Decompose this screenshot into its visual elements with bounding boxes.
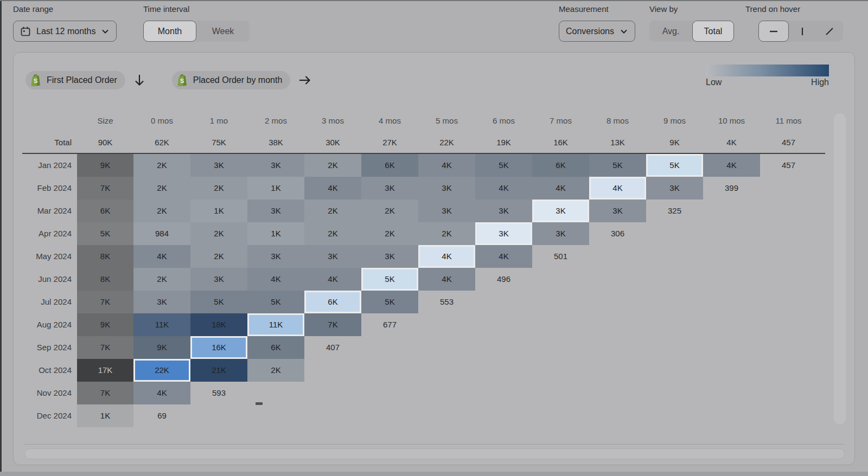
heatmap-cell-highlighted[interactable]: 16K	[190, 336, 247, 359]
heatmap-cell[interactable]: 3K	[361, 177, 418, 200]
heatmap-cell[interactable]: 2K	[361, 222, 418, 245]
heatmap-cell[interactable]: 3K	[589, 200, 646, 222]
time-interval-option-week[interactable]: Week	[196, 21, 250, 42]
cohort-size-cell[interactable]: 7K	[77, 382, 133, 404]
heatmap-cell[interactable]: 2K	[133, 154, 190, 177]
heatmap-cell[interactable]: 4K	[304, 268, 361, 291]
heatmap-cell[interactable]: 3K	[247, 200, 304, 222]
heatmap-cell[interactable]: 2K	[304, 154, 361, 177]
heatmap-cell[interactable]: 2K	[133, 200, 190, 222]
cohort-size-cell[interactable]: 8K	[77, 245, 133, 268]
heatmap-cell[interactable]: 407	[304, 336, 361, 359]
heatmap-cell[interactable]: 6K	[532, 154, 589, 177]
event-return-pill[interactable]: S Placed Order by month	[172, 71, 291, 89]
heatmap-cell-highlighted[interactable]: 3K	[475, 222, 532, 245]
heatmap-cell[interactable]: 3K	[190, 154, 247, 177]
heatmap-cell[interactable]: 5K	[475, 154, 532, 177]
heatmap-cell[interactable]: 4K	[247, 268, 304, 291]
heatmap-cell[interactable]: 2K	[133, 177, 190, 200]
heatmap-cell[interactable]: 1K	[247, 222, 304, 245]
view-by-option-avg[interactable]: Avg.	[649, 21, 692, 42]
event-start-pill[interactable]: S First Placed Order	[25, 71, 125, 89]
heatmap-cell[interactable]: 1K	[247, 177, 304, 200]
heatmap-cell[interactable]: 2K	[304, 200, 361, 222]
heatmap-cell[interactable]: 2K	[304, 222, 361, 245]
heatmap-cell[interactable]: 984	[133, 222, 190, 245]
heatmap-cell[interactable]: 4K	[133, 245, 190, 268]
heatmap-cell[interactable]: 496	[475, 268, 532, 291]
heatmap-cell[interactable]: 9K	[133, 336, 190, 359]
heatmap-cell[interactable]: 5K	[589, 154, 646, 177]
heatmap-cell[interactable]: 677	[361, 313, 418, 336]
heatmap-cell[interactable]: 2K	[190, 222, 247, 245]
heatmap-cell-highlighted[interactable]: 4K	[589, 177, 646, 200]
heatmap-cell[interactable]: 4K	[475, 177, 532, 200]
heatmap-cell[interactable]: 2K	[190, 245, 247, 268]
heatmap-cell-highlighted[interactable]: 5K	[646, 154, 703, 177]
heatmap-cell[interactable]: 3K	[304, 245, 361, 268]
cohort-size-cell[interactable]: 9K	[77, 154, 133, 177]
heatmap-cell-highlighted[interactable]: 6K	[304, 291, 361, 313]
heatmap-cell[interactable]: 6K	[247, 336, 304, 359]
heatmap-cell[interactable]: 3K	[532, 222, 589, 245]
heatmap-cell[interactable]: 399	[703, 177, 760, 200]
heatmap-cell-highlighted[interactable]: 3K	[532, 200, 589, 222]
heatmap-cell[interactable]: 69	[133, 404, 190, 427]
measurement-dropdown[interactable]: Conversions	[559, 21, 635, 42]
cohort-size-cell[interactable]: 6K	[77, 200, 133, 222]
cohort-size-cell[interactable]: 1K	[77, 404, 133, 427]
heatmap-cell[interactable]: 4K	[475, 245, 532, 268]
heatmap-cell[interactable]: 2K	[190, 177, 247, 200]
heatmap-cell[interactable]: 306	[589, 222, 646, 245]
heatmap-cell[interactable]: 3K	[247, 154, 304, 177]
vertical-scrollbar[interactable]	[834, 113, 846, 424]
heatmap-cell[interactable]: 18K	[190, 313, 247, 336]
trend-option-line[interactable]	[758, 21, 789, 42]
heatmap-cell[interactable]: 21K	[190, 359, 247, 382]
heatmap-cell[interactable]: 4K	[133, 382, 190, 404]
heatmap-cell[interactable]: 2K	[418, 222, 475, 245]
heatmap-cell[interactable]: 3K	[475, 200, 532, 222]
heatmap-cell[interactable]: 3K	[133, 291, 190, 313]
heatmap-cell[interactable]: 4K	[418, 154, 475, 177]
time-interval-option-month[interactable]: Month	[143, 21, 196, 42]
heatmap-cell[interactable]: 7K	[304, 313, 361, 336]
heatmap-cell[interactable]: 3K	[247, 245, 304, 268]
heatmap-cell[interactable]: 3K	[418, 200, 475, 222]
heatmap-cell[interactable]: 4K	[304, 177, 361, 200]
heatmap-cell[interactable]: 5K	[190, 291, 247, 313]
trend-option-bar[interactable]	[789, 21, 816, 42]
heatmap-cell-highlighted[interactable]: 11K	[247, 313, 304, 336]
heatmap-cell[interactable]: 6K	[361, 154, 418, 177]
trend-option-slope[interactable]	[816, 21, 843, 42]
cohort-size-cell[interactable]: 8K	[77, 268, 133, 291]
horizontal-scrollbar[interactable]	[24, 448, 845, 459]
cohort-size-cell[interactable]: 7K	[77, 291, 133, 313]
heatmap-cell[interactable]: 553	[418, 291, 475, 313]
view-by-option-total[interactable]: Total	[692, 21, 734, 42]
heatmap-cell[interactable]: 3K	[190, 268, 247, 291]
heatmap-cell[interactable]: 1K	[190, 200, 247, 222]
heatmap-cell[interactable]: 5K	[247, 291, 304, 313]
heatmap-cell[interactable]: 3K	[418, 177, 475, 200]
heatmap-cell[interactable]: 11K	[133, 313, 190, 336]
cohort-size-cell[interactable]: 5K	[77, 222, 133, 245]
heatmap-cell[interactable]: 2K	[361, 200, 418, 222]
heatmap-cell[interactable]: 457	[760, 154, 817, 177]
cohort-size-cell[interactable]: 7K	[77, 177, 133, 200]
heatmap-cell-highlighted[interactable]: 4K	[418, 245, 475, 268]
cohort-size-cell[interactable]: 7K	[77, 336, 133, 359]
cohort-size-cell[interactable]: 17K	[77, 359, 133, 382]
heatmap-cell[interactable]: 4K	[532, 177, 589, 200]
heatmap-cell[interactable]: 3K	[646, 177, 703, 200]
heatmap-cell[interactable]: 4K	[703, 154, 760, 177]
cohort-size-cell[interactable]: 9K	[77, 313, 133, 336]
heatmap-cell[interactable]: 4K	[418, 268, 475, 291]
heatmap-cell-highlighted[interactable]: 5K	[361, 268, 418, 291]
heatmap-cell[interactable]: 3K	[361, 245, 418, 268]
heatmap-cell[interactable]: 2K	[133, 268, 190, 291]
date-range-button[interactable]: Last 12 months	[13, 21, 117, 42]
heatmap-cell[interactable]: 325	[646, 200, 703, 222]
heatmap-cell[interactable]: 593	[190, 382, 247, 404]
heatmap-cell[interactable]: 501	[532, 245, 589, 268]
